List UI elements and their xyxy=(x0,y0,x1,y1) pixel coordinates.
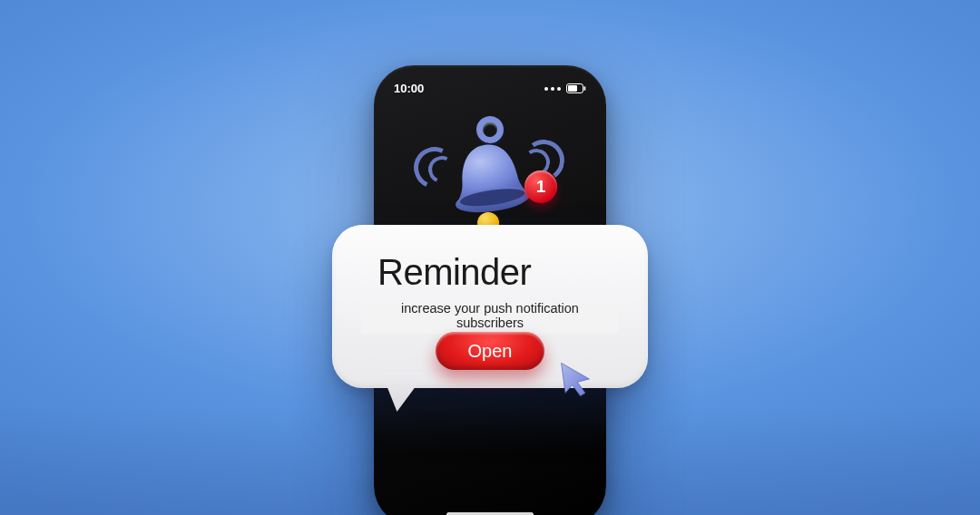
status-right xyxy=(544,83,586,93)
badge-count: 1 xyxy=(536,177,546,197)
more-icon xyxy=(544,87,561,91)
battery-icon xyxy=(566,83,586,93)
notification-title: Reminder xyxy=(377,252,531,293)
status-bar: 10:00 xyxy=(394,82,586,95)
notification-badge: 1 xyxy=(524,170,557,203)
svg-rect-1 xyxy=(568,85,577,92)
svg-rect-2 xyxy=(584,86,586,91)
open-button-label: Open xyxy=(468,341,513,362)
notification-subtitle: increase your push notification subscrib… xyxy=(361,297,619,334)
status-time: 10:00 xyxy=(394,82,424,95)
open-button[interactable]: Open xyxy=(436,332,544,370)
notification-card: Reminder increase your push notification… xyxy=(332,225,648,388)
